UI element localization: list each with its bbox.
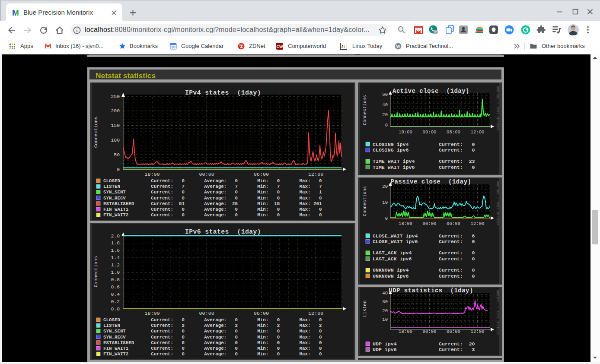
svg-text:ESTABLISHED Current: 0: ESTABLISHED Current: 0 Average: 0 Min: 0… [103, 340, 322, 345]
svg-text:150: 150 [111, 123, 120, 128]
svg-text:CLOSING ipv6 Current:: CLOSING ipv6 Current: 0 [373, 147, 475, 153]
svg-text:Connections: Connections [362, 186, 367, 216]
svg-text:10: 10 [382, 200, 388, 205]
svg-text:0: 0 [117, 167, 120, 172]
svg-text:W: W [396, 44, 401, 49]
svg-text:RRDTOOL / TOBI OETIKER: RRDTOOL / TOBI OETIKER [496, 290, 499, 335]
svg-text:CLOSE_WAIT ipv4 Current:: CLOSE_WAIT ipv4 Current: 6 [373, 233, 475, 239]
svg-text:?: ? [435, 30, 437, 34]
svg-text:IPv4 states (1day): IPv4 states (1day) [185, 89, 261, 96]
svg-text:LISTEN Current: 2: LISTEN Current: 2 Average: 2 Min: 2 Max:… [103, 323, 322, 328]
svg-text:CLOSED Current: 0: CLOSED Current: 0 Average: 0 Min: 0 Max:… [103, 317, 322, 323]
svg-text:Connections: Connections [93, 117, 99, 148]
svg-text:SYN_RECV Current: 0: SYN_RECV Current: 0 Average: 0 Min: 0 Ma… [103, 196, 322, 201]
svg-text:ESTABLISHED Current: 51: ESTABLISHED Current: 51 Average: 25 Min:… [103, 201, 322, 206]
svg-text:40: 40 [382, 291, 388, 296]
svg-text:IPv6 states (1day): IPv6 states (1day) [185, 228, 261, 235]
svg-text:0.6: 0.6 [111, 285, 120, 290]
svg-text:0.0: 0.0 [111, 307, 120, 312]
svg-text:SYN_SENT Current: 0: SYN_SENT Current: 0 Average: 0 Min: 0 Ma… [103, 190, 322, 195]
svg-text:FIN_WAIT1 Current: 0: FIN_WAIT1 Current: 0 Average: 0 Min: 0 M… [103, 346, 322, 351]
svg-text:200: 200 [111, 108, 120, 114]
svg-text:RRDTOOL / TOBI OETIKER: RRDTOOL / TOBI OETIKER [353, 87, 354, 131]
svg-text:30: 30 [382, 299, 388, 304]
svg-text:UNKNOWN ipv6 Current:: UNKNOWN ipv6 Current: 0 [373, 273, 475, 279]
svg-text:100: 100 [111, 138, 120, 143]
svg-text:UDP statistics (1day): UDP statistics (1day) [389, 288, 473, 294]
svg-text:Connections: Connections [93, 256, 99, 288]
svg-text:Active close (1day): Active close (1day) [393, 88, 469, 95]
svg-text:06:00: 06:00 [447, 130, 460, 135]
svg-text:CLOSED Current: 0: CLOSED Current: 0 Average: 0 Min: 0 Max:… [103, 178, 322, 184]
svg-text:TIME_WAIT ipv4 Current:: TIME_WAIT ipv4 Current: 23 [373, 158, 475, 164]
svg-text:SYN_SENT Current: 0: SYN_SENT Current: 0 Average: 0 Min: 0 Ma… [103, 329, 322, 334]
svg-text:0.2: 0.2 [111, 299, 120, 304]
svg-text:2.0: 2.0 [111, 234, 120, 239]
svg-text:18:00: 18:00 [399, 130, 412, 135]
svg-text:RRDTOOL / TOBI OETIKER: RRDTOOL / TOBI OETIKER [496, 86, 499, 130]
svg-text:12:00: 12:00 [471, 329, 485, 334]
svg-text:M: M [12, 9, 19, 16]
svg-text:12:00: 12:00 [471, 221, 485, 226]
svg-text:40: 40 [382, 102, 388, 108]
svg-text:18:00: 18:00 [399, 221, 412, 226]
svg-text:0: 0 [385, 216, 388, 221]
svg-text:00:00: 00:00 [199, 310, 214, 317]
svg-text:FIN_WAIT2 Current: 0: FIN_WAIT2 Current: 0 Average: 0 Min: 0 M… [103, 351, 322, 357]
svg-text:00:00: 00:00 [423, 130, 437, 135]
svg-text:250: 250 [111, 94, 120, 99]
svg-text:1.8: 1.8 [111, 241, 120, 246]
svg-text:1.4: 1.4 [111, 255, 120, 260]
svg-text:12:00: 12:00 [308, 310, 323, 317]
svg-text:UDP ipv6 Current:: UDP ipv6 Current: 3 [373, 347, 475, 352]
svg-text:10: 10 [382, 317, 388, 322]
svg-text:SYN_RECV Current: 0: SYN_RECV Current: 0 Average: 0 Min: 0 Ma… [103, 335, 322, 340]
svg-text:00:00: 00:00 [423, 221, 437, 226]
svg-text:50: 50 [114, 152, 120, 158]
svg-text:FIN_WAIT1 Current: 0: FIN_WAIT1 Current: 0 Average: 0 Min: 0 M… [103, 207, 322, 212]
svg-text:12:00: 12:00 [471, 130, 485, 135]
svg-text:0.8: 0.8 [111, 277, 120, 282]
svg-text:RRDTOOL / TOBI OETIKER: RRDTOOL / TOBI OETIKER [353, 227, 354, 272]
svg-text:20: 20 [382, 308, 388, 313]
svg-text:CLOSING ipv4 Current:: CLOSING ipv4 Current: 0 [373, 142, 475, 147]
svg-text:0: 0 [385, 123, 388, 128]
svg-text:06:00: 06:00 [254, 310, 269, 317]
svg-text:12:00: 12:00 [308, 171, 323, 177]
svg-text:FIN_WAIT2 Current: 0: FIN_WAIT2 Current: 0 Average: 0 Min: 0 M… [103, 212, 322, 218]
svg-text:LAST_ACK ipv6 Current:: LAST_ACK ipv6 Current: 0 [373, 256, 475, 262]
svg-text:RRDTOOL / TOBI OETIKER: RRDTOOL / TOBI OETIKER [496, 181, 499, 225]
svg-text:UDP ipv4 Current:: UDP ipv4 Current: 20 [373, 341, 475, 347]
svg-text:LISTEN Current: 7: LISTEN Current: 7 Average: 7 Min: 7 Max:… [103, 184, 322, 189]
svg-text:18:00: 18:00 [399, 329, 412, 334]
svg-text:TIME_WAIT ipv6 Current:: TIME_WAIT ipv6 Current: 0 [373, 165, 475, 170]
svg-text:1.2: 1.2 [111, 263, 120, 268]
svg-text:Passive close (1day): Passive close (1day) [391, 178, 472, 185]
svg-text:20: 20 [382, 184, 388, 189]
svg-text:06:00: 06:00 [447, 221, 460, 226]
svg-text:LAST_ACK ipv4 Current:: LAST_ACK ipv4 Current: 0 [373, 250, 475, 256]
svg-text:0.4: 0.4 [111, 292, 120, 297]
svg-text:18:00: 18:00 [144, 171, 160, 177]
svg-text:00:00: 00:00 [423, 329, 437, 334]
svg-text:18:00: 18:00 [144, 310, 160, 317]
svg-text:06:00: 06:00 [447, 329, 460, 334]
svg-text:UNKNOWN ipv4 Current:: UNKNOWN ipv4 Current: 0 [373, 267, 475, 273]
svg-text:Listen: Listen [362, 301, 367, 317]
svg-text:CLOSE_WAIT ipv6 Current:: CLOSE_WAIT ipv6 Current: 0 [373, 239, 475, 244]
svg-text:Connections: Connections [362, 95, 367, 125]
svg-text:20: 20 [382, 112, 388, 117]
svg-text:60: 60 [382, 92, 388, 97]
svg-text:00:00: 00:00 [199, 171, 214, 177]
svg-text:06:00: 06:00 [254, 171, 269, 177]
svg-text:1.6: 1.6 [111, 248, 120, 253]
svg-text:28: 28 [171, 45, 176, 49]
svg-text:1.0: 1.0 [111, 270, 120, 275]
svg-text:CW: CW [277, 44, 283, 49]
